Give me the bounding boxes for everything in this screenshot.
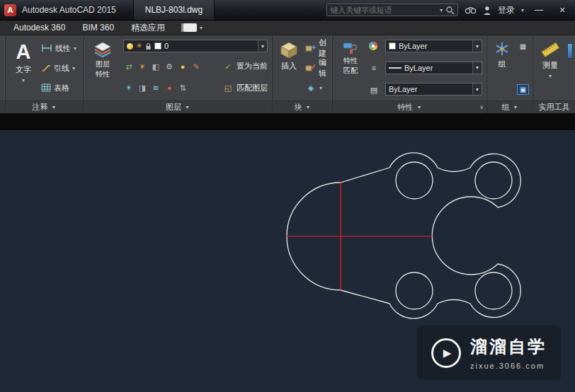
layer-fade-icon[interactable]: ≋	[150, 83, 161, 93]
close-button[interactable]: ✕	[554, 3, 571, 17]
layer-edit-icon[interactable]: ✎	[190, 62, 202, 71]
search-input[interactable]	[330, 6, 437, 14]
panel-label-layers[interactable]: 图层 ▼	[84, 100, 272, 113]
layer-settings-icon[interactable]: ⚙	[164, 62, 175, 71]
object-color-swatch	[389, 42, 396, 50]
lineweight-list-icon[interactable]: ≡	[368, 63, 380, 73]
layers-footer-label: 图层	[166, 102, 181, 113]
insert-block-button[interactable]: 插入	[275, 38, 302, 98]
layer-walk-icon[interactable]: ⇄	[123, 62, 135, 71]
panel-label-properties[interactable]: 特性 ▼ ∨	[333, 100, 486, 113]
group-label: 组	[499, 59, 506, 69]
tab-featured-apps[interactable]: 精选应用	[123, 21, 173, 35]
layer-isolate-icon[interactable]: ☀	[137, 62, 148, 71]
autocad-window: A Autodesk AutoCAD 2015 NLBJ-803l.dwg ▾	[0, 0, 575, 392]
edit-block-button[interactable]: 编辑	[305, 60, 329, 76]
panel-label-block[interactable]: 块 ▼	[273, 100, 332, 113]
text-icon: A	[16, 41, 31, 62]
layer-unisolate-icon[interactable]: ◧	[150, 62, 161, 71]
linetype-dropdown-icon[interactable]: ▼	[472, 83, 482, 95]
linear-dimension-icon	[41, 44, 52, 52]
layer-combo-dropdown-icon[interactable]: ▼	[258, 40, 267, 52]
panel-label-annotate[interactable]: 注释 ▼	[6, 100, 83, 113]
document-tab[interactable]: NLBJ-803l.dwg	[133, 0, 215, 20]
ribbon-minimize-toggle[interactable]: ▾	[181, 23, 203, 32]
exchange-apps-icon[interactable]	[465, 6, 477, 14]
group-selection-toggle[interactable]: ▣	[517, 84, 529, 95]
app-title: Autodesk AutoCAD 2015	[22, 5, 116, 15]
user-icon[interactable]	[483, 6, 491, 15]
set-current-layer-button[interactable]: ✓ 置为当前	[222, 59, 268, 74]
layer-freeze-icon: ☀	[136, 42, 142, 50]
linear-dimension-button[interactable]: 线性 ▾	[41, 40, 80, 56]
search-history-icon[interactable]: ▾	[440, 7, 443, 13]
layer-freeze-tool-icon[interactable]: ☀	[123, 83, 135, 93]
annotate-footer-label: 注释	[33, 102, 48, 113]
clipped-tool-icon[interactable]	[567, 43, 572, 59]
tab-autodesk-360[interactable]: Autodesk 360	[6, 21, 73, 35]
ribbon-panel-annotate: A 文字 ▾ 线性 ▾	[6, 35, 84, 113]
measure-button[interactable]: 测量 ▾	[536, 38, 564, 98]
linetype-combo[interactable]: ByLayer ▼	[385, 83, 482, 96]
ribbon-panel-clipped-left	[0, 35, 6, 113]
match-properties-label-2: 匹配	[343, 67, 358, 74]
leader-button[interactable]: 引线 ▾	[41, 60, 80, 76]
leader-dropdown-icon: ▾	[72, 65, 75, 71]
linetype-value: ByLayer	[389, 85, 417, 93]
minimize-button[interactable]: —	[530, 3, 547, 17]
layer-properties-label-2: 特性	[96, 70, 110, 78]
create-block-icon	[305, 44, 316, 52]
search-icon[interactable]	[445, 6, 455, 15]
color-wheel-icon[interactable]	[368, 41, 378, 51]
utilities-footer-label: 实用工具	[539, 102, 570, 113]
properties-footer-caret-icon: ▼	[417, 105, 422, 110]
text-label: 文字	[16, 64, 31, 75]
sign-in-dropdown-icon[interactable]: ▾	[521, 7, 524, 13]
properties-dialog-launcher-icon[interactable]: ∨	[479, 104, 484, 110]
tab-bim-360[interactable]: BIM 360	[74, 21, 122, 35]
layer-select-combo[interactable]: ☀ 0 ▼	[123, 40, 268, 52]
object-color-combo[interactable]: ByLayer ▼	[385, 40, 482, 52]
match-properties-button[interactable]: 特性 匹配	[336, 38, 365, 98]
create-block-button[interactable]: 创建	[305, 40, 329, 56]
layer-lock-tool-icon[interactable]: ●	[164, 83, 175, 93]
panel-label-utilities[interactable]: 实用工具	[533, 100, 575, 113]
lineweight-combo[interactable]: ByLayer ▼	[385, 62, 482, 74]
autocad-logo-icon[interactable]: A	[4, 4, 16, 16]
text-dropdown-icon: ▾	[22, 77, 25, 83]
sign-in-link[interactable]: 登录	[498, 4, 515, 16]
leader-label: 引线	[54, 63, 69, 74]
layer-thaw-icon[interactable]: ◨	[137, 83, 148, 93]
block-footer-caret-icon: ▼	[306, 105, 311, 110]
linetype-list-icon[interactable]: ▤	[368, 85, 380, 95]
layer-properties-icon	[93, 41, 112, 58]
block-attributes-button[interactable]: ◈ ▾	[305, 80, 329, 96]
layer-swap-icon[interactable]: ⇅	[177, 83, 188, 93]
object-color-dropdown-icon[interactable]: ▼	[472, 40, 482, 52]
search-box[interactable]: ▾	[326, 4, 458, 16]
object-color-value: ByLayer	[399, 42, 427, 50]
block-attributes-icon: ◈	[305, 83, 317, 93]
annotate-footer-caret-icon: ▼	[52, 105, 57, 110]
properties-footer-label: 特性	[398, 102, 414, 113]
panel-label-groups[interactable]: 组 ▼	[487, 100, 533, 113]
match-properties-icon	[343, 41, 358, 54]
layer-color-swatch	[154, 42, 161, 50]
layer-properties-button[interactable]: 图层 特性	[86, 38, 119, 98]
layer-off-icon[interactable]: ●	[177, 62, 188, 71]
table-button[interactable]: 表格	[41, 80, 80, 96]
lineweight-dropdown-icon[interactable]: ▼	[472, 62, 482, 74]
ungroup-button[interactable]: ▦	[517, 41, 529, 52]
insert-block-icon	[280, 41, 298, 59]
document-tab-label: NLBJ-803l.dwg	[145, 5, 203, 15]
layer-properties-label-1: 图层	[96, 60, 110, 68]
match-layer-button[interactable]: ◱ 匹配图层	[222, 80, 268, 96]
group-button[interactable]: 组	[490, 38, 514, 98]
ribbon-panel-groups: 组 ▦ ▣ 组 ▼	[487, 35, 533, 113]
group-icon	[494, 41, 510, 57]
lineweight-swatch	[389, 67, 402, 69]
leader-icon	[41, 64, 51, 72]
cad-drawing[interactable]	[0, 113, 575, 392]
text-button[interactable]: A 文字 ▾	[8, 38, 38, 98]
ribbon-panel-properties: 特性 匹配 ≡ ▤ B	[333, 35, 487, 113]
